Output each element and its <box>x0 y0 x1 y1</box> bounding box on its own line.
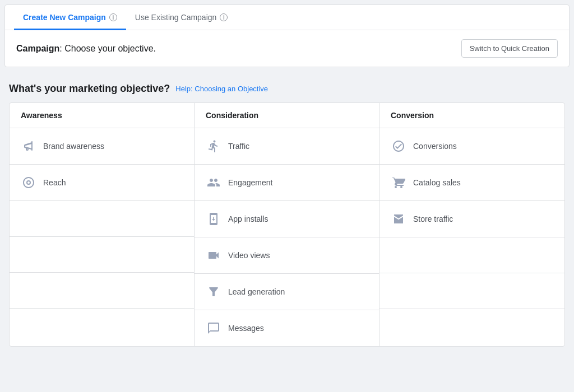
objectives-body: Brand awareness Reach <box>10 128 564 346</box>
conversion-empty-2 <box>379 273 564 309</box>
col-header-consideration: Consideration <box>195 103 379 128</box>
objective-store-traffic[interactable]: Store traffic <box>379 201 564 237</box>
objective-app-installs[interactable]: App installs <box>195 201 379 237</box>
engagement-icon <box>206 175 221 190</box>
awareness-empty-1 <box>10 201 194 237</box>
col-conversion: Conversions Catalog sales <box>379 128 564 346</box>
col-header-conversion: Conversion <box>379 103 564 128</box>
messages-icon <box>206 320 221 336</box>
app-installs-label: App installs <box>228 214 269 223</box>
objective-conversions[interactable]: Conversions <box>379 128 564 165</box>
objectives-header: Awareness Consideration Conversion <box>10 103 564 128</box>
page-wrapper: Create New Campaign i Use Existing Campa… <box>0 4 574 358</box>
messages-label: Messages <box>228 324 264 333</box>
campaign-objective-label: Campaign: Choose your objective. <box>16 44 156 54</box>
megaphone-icon <box>21 138 36 154</box>
tab-create-new[interactable]: Create New Campaign i <box>14 5 126 30</box>
objective-brand-awareness[interactable]: Brand awareness <box>10 128 194 165</box>
help-link[interactable]: Help: Choosing an Objective <box>175 85 268 93</box>
awareness-empty-2 <box>10 237 194 273</box>
video-views-icon <box>206 248 221 263</box>
lead-generation-label: Lead generation <box>228 287 285 296</box>
section-heading: What's your marketing objective? Help: C… <box>9 83 565 95</box>
reach-icon <box>21 175 36 190</box>
tab-use-existing[interactable]: Use Existing Campaign i <box>126 5 237 30</box>
main-content: What's your marketing objective? Help: C… <box>0 72 574 358</box>
store-traffic-label: Store traffic <box>413 214 453 223</box>
col-awareness: Brand awareness Reach <box>10 128 195 346</box>
catalog-sales-icon <box>391 175 406 190</box>
store-traffic-icon <box>391 211 406 227</box>
objective-traffic[interactable]: Traffic <box>195 128 379 165</box>
reach-label: Reach <box>43 178 66 187</box>
traffic-icon <box>206 138 221 154</box>
switch-to-quick-creation-button[interactable]: Switch to Quick Creation <box>461 39 558 58</box>
objective-reach[interactable]: Reach <box>10 165 194 201</box>
app-installs-icon <box>206 211 221 227</box>
campaign-bar: Campaign: Choose your objective. Switch … <box>5 30 569 67</box>
marketing-objective-heading: What's your marketing objective? <box>9 83 170 95</box>
conversion-empty-1 <box>379 237 564 273</box>
lead-generation-icon <box>206 284 221 300</box>
video-views-label: Video views <box>228 251 270 260</box>
conversions-icon <box>391 138 406 154</box>
tab-create-new-label: Create New Campaign <box>23 13 106 22</box>
objective-catalog-sales[interactable]: Catalog sales <box>379 165 564 201</box>
conversion-empty-3 <box>379 309 564 345</box>
campaign-label-bold: Campaign <box>16 44 59 53</box>
awareness-empty-4 <box>10 309 194 344</box>
tab-use-existing-label: Use Existing Campaign <box>135 13 217 22</box>
tab-create-new-info-icon[interactable]: i <box>109 13 117 21</box>
objective-video-views[interactable]: Video views <box>195 237 379 274</box>
catalog-sales-label: Catalog sales <box>413 178 461 187</box>
tab-use-existing-info-icon[interactable]: i <box>220 13 228 21</box>
conversions-label: Conversions <box>413 142 457 151</box>
objectives-table: Awareness Consideration Conversion B <box>9 102 565 347</box>
objective-messages[interactable]: Messages <box>195 310 379 346</box>
objective-lead-generation[interactable]: Lead generation <box>195 274 379 310</box>
engagement-label: Engagement <box>228 178 272 187</box>
top-card: Create New Campaign i Use Existing Campa… <box>4 4 570 67</box>
tab-bar: Create New Campaign i Use Existing Campa… <box>5 5 569 30</box>
awareness-empty-3 <box>10 273 194 309</box>
col-header-awareness: Awareness <box>10 103 195 128</box>
brand-awareness-label: Brand awareness <box>43 142 104 151</box>
traffic-label: Traffic <box>228 142 249 151</box>
col-consideration: Traffic Engagement <box>195 128 379 346</box>
campaign-label-rest: : Choose your objective. <box>59 44 156 53</box>
objective-engagement[interactable]: Engagement <box>195 165 379 201</box>
